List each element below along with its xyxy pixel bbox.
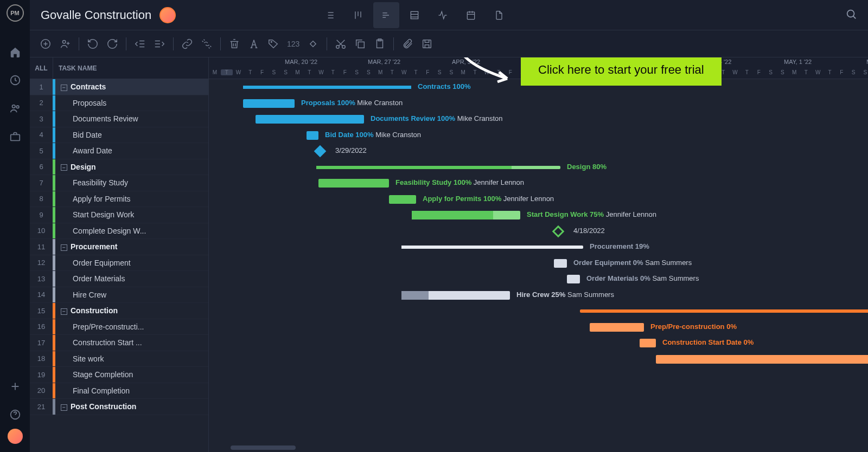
add-icon[interactable]	[40, 38, 52, 50]
copy-icon[interactable]	[354, 38, 366, 50]
indent-icon[interactable]	[154, 38, 165, 50]
milestone-icon[interactable]	[314, 145, 327, 158]
gantt-bar-label: Apply for Permits 100% Jennifer Lennon	[423, 195, 554, 203]
timeline-month: MAR, 20 '22	[285, 59, 317, 65]
task-name: Proposals	[55, 99, 208, 107]
task-row[interactable]: 17 Construction Start ...	[30, 335, 208, 351]
gantt-bar[interactable]	[389, 195, 416, 204]
gantt-row	[209, 399, 868, 415]
gantt-bar[interactable]	[318, 179, 389, 188]
gantt-bar[interactable]	[256, 115, 364, 124]
view-sheet[interactable]	[401, 2, 427, 28]
home-icon[interactable]	[9, 46, 21, 58]
gantt-row: Documents Review 100% Mike Cranston	[209, 111, 868, 127]
unlink-icon[interactable]	[201, 38, 213, 50]
task-row[interactable]: 9 Start Design Work	[30, 207, 208, 223]
task-row[interactable]: 6 −Design	[30, 159, 208, 176]
task-row[interactable]: 19 Stage Completion	[30, 367, 208, 383]
plus-icon[interactable]	[9, 380, 21, 392]
task-row[interactable]: 13 Order Materials	[30, 271, 208, 287]
task-row[interactable]: 16 Prep/Pre-constructi...	[30, 319, 208, 335]
gantt-bar[interactable]	[412, 211, 520, 219]
view-calendar[interactable]	[458, 2, 484, 28]
timeline-day: T	[800, 69, 812, 75]
link-icon[interactable]	[181, 38, 193, 50]
text-icon[interactable]	[248, 38, 260, 50]
view-file[interactable]	[486, 2, 512, 28]
task-name: Final Completion	[55, 386, 208, 395]
gantt-bar-label: Order Equipment 0% Sam Summers	[573, 259, 692, 267]
gantt-bar[interactable]	[307, 131, 318, 140]
row-number: 8	[30, 195, 53, 203]
task-row[interactable]: 3 Documents Review	[30, 111, 208, 127]
task-row[interactable]: 20 Final Completion	[30, 383, 208, 399]
row-number: 2	[30, 99, 53, 107]
collapse-icon[interactable]: −	[61, 308, 67, 315]
cut-icon[interactable]	[335, 38, 347, 50]
gantt-bar[interactable]	[316, 166, 560, 169]
column-task-name[interactable]: TASK NAME	[53, 57, 97, 79]
app-logo[interactable]: PM	[7, 4, 24, 22]
people-icon[interactable]	[9, 102, 21, 114]
task-row[interactable]: 8 Apply for Permits	[30, 191, 208, 208]
gantt-bar-label: Proposals 100% Mike Cranston	[301, 99, 403, 107]
user-avatar[interactable]	[8, 429, 23, 444]
task-row[interactable]: 14 Hire Crew	[30, 287, 208, 304]
milestone-icon[interactable]	[307, 38, 319, 50]
task-row[interactable]: 18 Site work	[30, 351, 208, 367]
undo-icon[interactable]	[87, 38, 99, 50]
gantt-bar[interactable]	[554, 259, 567, 268]
gantt-row: Bid Date 100% Mike Cranston	[209, 127, 868, 144]
collapse-icon[interactable]: −	[61, 85, 67, 91]
gantt-bar[interactable]	[243, 86, 411, 89]
gantt-bar[interactable]	[243, 99, 295, 108]
attach-icon[interactable]	[401, 38, 413, 50]
number-format[interactable]: 123	[287, 40, 299, 48]
row-number: 12	[30, 259, 53, 267]
task-row[interactable]: 21 −Post Construction	[30, 399, 208, 415]
task-row[interactable]: 5 Award Date	[30, 143, 208, 159]
collapse-icon[interactable]: −	[61, 244, 67, 251]
gantt-bar[interactable]	[401, 246, 583, 249]
task-row[interactable]: 2 Proposals	[30, 95, 208, 112]
tag-icon[interactable]	[267, 38, 279, 50]
task-row[interactable]: 1 −Contracts	[30, 79, 208, 95]
gantt-bar-label: Design 80%	[567, 163, 607, 171]
view-list[interactable]	[317, 2, 343, 28]
gantt-bar[interactable]	[580, 309, 868, 313]
task-row[interactable]: 10 Complete Design W...	[30, 223, 208, 240]
clock-icon[interactable]	[9, 74, 21, 86]
gantt-bar[interactable]	[640, 339, 656, 347]
paste-icon[interactable]	[374, 38, 386, 50]
cta-banner[interactable]: Click here to start your free trial	[521, 57, 722, 86]
task-row[interactable]: 11 −Procurement	[30, 239, 208, 255]
gantt-bar[interactable]	[567, 275, 580, 283]
search-button[interactable]	[845, 8, 857, 22]
task-row[interactable]: 12 Order Equipment	[30, 255, 208, 272]
help-icon[interactable]	[9, 409, 21, 421]
task-row[interactable]: 15 −Construction	[30, 303, 208, 319]
column-all[interactable]: ALL	[30, 64, 53, 72]
redo-icon[interactable]	[106, 38, 118, 50]
gantt-bar[interactable]	[401, 291, 510, 300]
assign-icon[interactable]	[59, 38, 71, 50]
view-gantt[interactable]	[373, 2, 399, 28]
outdent-icon[interactable]	[134, 38, 146, 50]
view-board[interactable]	[345, 2, 371, 28]
milestone-icon[interactable]	[552, 225, 565, 237]
horizontal-scrollbar[interactable]	[209, 445, 868, 451]
task-row[interactable]: 7 Feasibility Study	[30, 175, 208, 191]
project-owner-avatar[interactable]	[159, 7, 176, 23]
gantt-bar[interactable]	[590, 323, 644, 332]
timeline-day: S	[847, 69, 859, 75]
save-icon[interactable]	[421, 38, 433, 50]
collapse-icon[interactable]: −	[61, 164, 67, 171]
briefcase-icon[interactable]	[9, 131, 21, 143]
gantt-bar[interactable]	[656, 355, 868, 364]
task-row[interactable]: 4 Bid Date	[30, 127, 208, 144]
collapse-icon[interactable]: −	[61, 404, 67, 411]
delete-icon[interactable]	[228, 38, 240, 50]
gantt-row: Apply for Permits 100% Jennifer Lennon	[209, 191, 868, 208]
view-activity[interactable]	[430, 2, 456, 28]
row-number: 21	[30, 403, 53, 411]
